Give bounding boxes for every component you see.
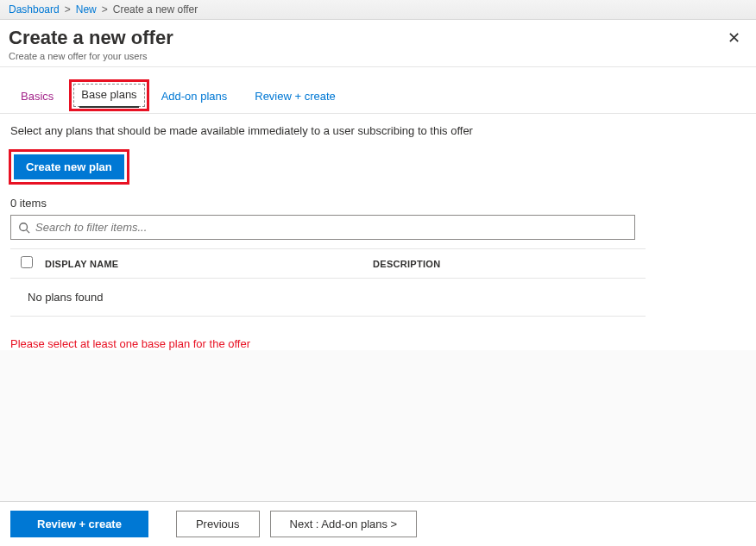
breadcrumb: Dashboard > New > Create a new offer [0,0,756,20]
close-button[interactable]: ✕ [724,27,744,49]
tab-row: Basics Base plans Add-on plans Review + … [0,67,756,114]
breadcrumb-current: Create a new offer [113,3,198,16]
tab-highlight: Base plans [69,79,148,111]
table-header: DISPLAY NAME DESCRIPTION [10,248,646,279]
chevron-right-icon: > [65,3,71,16]
table-empty-message: No plans found [10,279,646,317]
tab-addon-plans[interactable]: Add-on plans [149,83,240,111]
page-header: Create a new offer Create a new offer fo… [0,20,756,67]
search-icon [18,222,30,234]
create-new-plan-button[interactable]: Create new plan [14,154,124,179]
breadcrumb-link-new[interactable]: New [76,3,97,16]
search-input[interactable] [30,219,627,235]
create-plan-highlight: Create new plan [9,149,129,185]
validation-error: Please select at least one base plan for… [0,317,756,350]
select-all-checkbox[interactable] [21,256,33,268]
page-subtitle: Create a new offer for your users [9,51,173,61]
search-box[interactable] [10,215,635,240]
chevron-right-icon: > [102,3,108,16]
review-create-button[interactable]: Review + create [10,511,148,537]
footer-bar: Review + create Previous Next : Add-on p… [0,501,756,546]
tab-basics[interactable]: Basics [9,83,66,111]
svg-point-0 [20,223,28,230]
column-display-name[interactable]: DISPLAY NAME [45,259,373,269]
item-count: 0 items [0,197,756,215]
breadcrumb-link-dashboard[interactable]: Dashboard [9,3,60,16]
page-title: Create a new offer [9,27,173,49]
close-icon: ✕ [728,29,740,47]
tab-base-plans[interactable]: Base plans [73,84,144,107]
svg-line-1 [27,229,30,233]
instruction-text: Select any plans that should be made ava… [0,114,756,149]
next-button[interactable]: Next : Add-on plans > [270,511,418,537]
previous-button[interactable]: Previous [176,511,260,537]
column-description[interactable]: DESCRIPTION [373,259,635,269]
tab-review-create[interactable]: Review + create [243,83,348,111]
